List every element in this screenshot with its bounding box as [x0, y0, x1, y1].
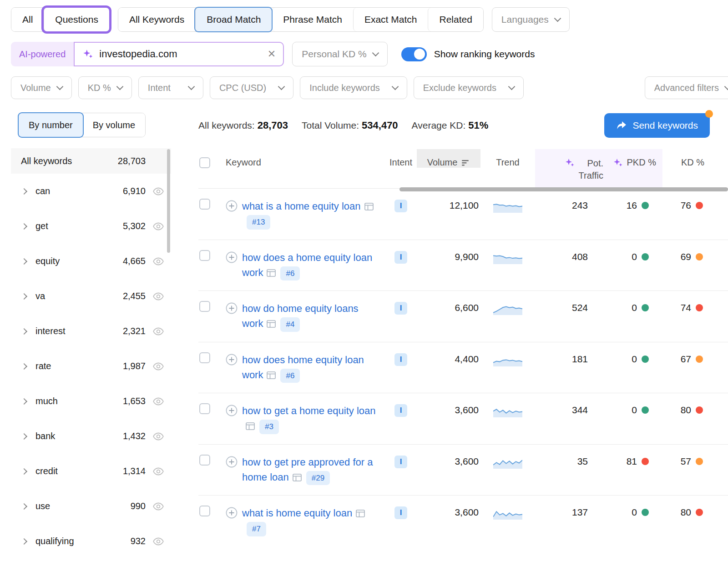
advanced-filters-button[interactable]: Advanced filters	[645, 76, 728, 99]
row-checkbox[interactable]	[199, 506, 210, 516]
sidebar-group-row[interactable]: use 990	[11, 489, 171, 524]
intent-badge[interactable]: I	[394, 302, 407, 315]
chevron-right-icon[interactable]	[21, 363, 27, 369]
rank-badge[interactable]: #6	[280, 266, 300, 281]
sidebar-group-row[interactable]: get 5,302	[11, 209, 171, 244]
keyword-column-header[interactable]: Keyword	[226, 149, 385, 188]
serp-features-icon[interactable]	[267, 269, 276, 277]
pkd-column-header[interactable]: PKD %	[603, 149, 662, 188]
row-checkbox[interactable]	[199, 403, 210, 414]
serp-features-icon[interactable]	[364, 203, 374, 210]
intent-badge[interactable]: I	[394, 200, 407, 212]
chevron-right-icon[interactable]	[21, 503, 27, 509]
chevron-right-icon[interactable]	[21, 188, 27, 194]
add-keyword-icon[interactable]	[226, 507, 238, 519]
sidebar-group-row[interactable]: equity 4,665	[11, 244, 171, 279]
rank-badge[interactable]: #4	[280, 317, 300, 332]
sidebar-group-row[interactable]: credit 1,314	[11, 454, 171, 489]
add-keyword-icon[interactable]	[226, 354, 238, 366]
all-keywords-row[interactable]: All keywords 28,703	[11, 148, 171, 174]
eye-toggle[interactable]	[146, 362, 171, 371]
eye-toggle[interactable]	[146, 292, 171, 301]
rank-badge[interactable]: #7	[247, 522, 266, 536]
kd-filter[interactable]: KD %	[78, 76, 132, 99]
sidebar-group-row[interactable]: va 2,455	[11, 279, 171, 314]
languages-dropdown[interactable]: Languages	[492, 7, 570, 32]
personal-kd-dropdown[interactable]: Personal KD %	[292, 42, 387, 66]
by-number-tab[interactable]: By number	[19, 113, 83, 137]
tab-phrase-match[interactable]: Phrase Match	[272, 8, 353, 31]
tab-all-keywords[interactable]: All Keywords	[118, 8, 195, 31]
intent-filter[interactable]: Intent	[138, 76, 203, 99]
select-all-checkbox[interactable]	[199, 157, 210, 168]
tab-questions[interactable]: Questions	[44, 8, 109, 31]
horizontal-scrollbar[interactable]	[399, 187, 728, 191]
include-keywords-filter[interactable]: Include keywords	[300, 76, 407, 99]
serp-features-icon[interactable]	[356, 510, 365, 517]
row-checkbox[interactable]	[199, 352, 210, 363]
keyword-link[interactable]: how to get pre approved for a home loan#…	[242, 455, 379, 486]
chevron-right-icon[interactable]	[21, 258, 27, 264]
intent-badge[interactable]: I	[394, 353, 407, 366]
rank-badge[interactable]: #13	[247, 215, 270, 230]
cpc-filter[interactable]: CPC (USD)	[210, 76, 293, 99]
add-keyword-icon[interactable]	[226, 456, 238, 468]
sidebar-group-row[interactable]: qualifying 932	[11, 524, 171, 559]
eye-toggle[interactable]	[146, 257, 171, 265]
volume-column-header[interactable]: Volume	[417, 149, 480, 168]
keyword-link[interactable]: how do home equity loans work#4	[242, 301, 379, 332]
tab-all[interactable]: All	[11, 8, 44, 31]
search-input[interactable]	[99, 48, 262, 60]
volume-filter[interactable]: Volume	[11, 76, 72, 99]
eye-toggle[interactable]	[146, 467, 171, 476]
sidebar-group-row[interactable]: bank 1,432	[11, 419, 171, 454]
exclude-keywords-filter[interactable]: Exclude keywords	[414, 76, 524, 99]
chevron-right-icon[interactable]	[21, 433, 27, 439]
intent-badge[interactable]: I	[394, 506, 407, 519]
keyword-link[interactable]: what is a home equity loan#13	[242, 199, 379, 230]
by-volume-tab[interactable]: By volume	[83, 113, 145, 137]
sidebar-group-row[interactable]: interest 2,321	[11, 314, 171, 349]
kd-column-header[interactable]: KD %	[662, 149, 728, 188]
tab-broad-match[interactable]: Broad Match	[195, 8, 272, 31]
search-box[interactable]: ✕	[74, 42, 284, 66]
keyword-link[interactable]: what is home equity loan#7	[242, 506, 379, 536]
eye-toggle[interactable]	[146, 537, 171, 546]
eye-toggle[interactable]	[146, 502, 171, 511]
chevron-right-icon[interactable]	[21, 293, 27, 299]
eye-toggle[interactable]	[146, 397, 171, 406]
chevron-right-icon[interactable]	[21, 223, 27, 229]
add-keyword-icon[interactable]	[226, 302, 238, 314]
intent-column-header[interactable]: Intent	[385, 149, 417, 188]
chevron-right-icon[interactable]	[21, 398, 27, 404]
rank-badge[interactable]: #3	[259, 420, 279, 434]
add-keyword-icon[interactable]	[226, 200, 238, 212]
sidebar-group-row[interactable]: rate 1,987	[11, 349, 171, 384]
tab-related[interactable]: Related	[428, 8, 483, 31]
clear-search-icon[interactable]: ✕	[268, 48, 276, 60]
sidebar-group-row[interactable]: can 6,910	[11, 174, 171, 209]
row-checkbox[interactable]	[199, 455, 210, 466]
rank-badge[interactable]: #29	[306, 471, 330, 486]
sidebar-scrollbar[interactable]	[167, 149, 170, 253]
intent-badge[interactable]: I	[394, 404, 407, 417]
chevron-right-icon[interactable]	[21, 328, 27, 334]
add-keyword-icon[interactable]	[226, 251, 238, 263]
keyword-link[interactable]: how does a home equity loan work#6	[242, 250, 379, 281]
send-keywords-button[interactable]: Send keywords	[604, 113, 710, 138]
intent-badge[interactable]: I	[394, 456, 407, 468]
keyword-link[interactable]: how to get a home equity loan#3	[242, 403, 379, 434]
pot-traffic-column-header[interactable]: Pot.Traffic	[535, 149, 603, 188]
serp-features-icon[interactable]	[246, 422, 255, 430]
serp-features-icon[interactable]	[267, 371, 276, 379]
intent-badge[interactable]: I	[394, 251, 407, 264]
chevron-right-icon[interactable]	[21, 468, 27, 474]
rank-badge[interactable]: #6	[280, 369, 300, 383]
tab-exact-match[interactable]: Exact Match	[353, 8, 428, 31]
sidebar-group-row[interactable]: much 1,653	[11, 384, 171, 419]
chevron-right-icon[interactable]	[21, 538, 27, 544]
row-checkbox[interactable]	[199, 301, 210, 312]
eye-toggle[interactable]	[146, 432, 171, 441]
trend-column-header[interactable]: Trend	[480, 149, 535, 188]
eye-toggle[interactable]	[146, 327, 171, 336]
